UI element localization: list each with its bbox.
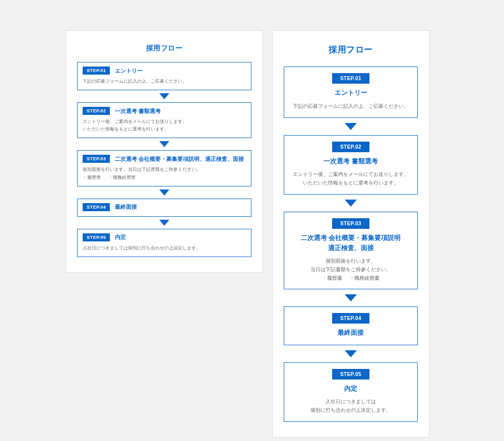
- step-tag: STEP.01: [83, 67, 110, 75]
- step-box: STEP.03 二次選考 会社概要・募集要項説明、適正検査、面接 個別面接を行い…: [77, 150, 251, 186]
- step-description: 入社日につきましては個別に打ち合わせの上決定します。: [83, 244, 246, 251]
- step-title: 内定: [115, 233, 126, 241]
- step-tag: STEP.04: [332, 313, 369, 324]
- flow-heading: 採用フロー: [77, 44, 251, 53]
- step-description: エントリー後、ご案内をメールにてお送りします。いただいた情報をもとに選考を行いま…: [291, 170, 410, 187]
- step-description: 個別面接を行います。当日は下記書類をご持参ください。: [83, 166, 246, 173]
- arrow-down-icon: [284, 294, 418, 301]
- arrow-down-icon: [284, 123, 418, 130]
- extra-item: ・履歴書: [322, 275, 342, 281]
- step-tag: STEP.03: [83, 155, 110, 163]
- extra-item: ・職務経歴書: [349, 275, 380, 281]
- step-tag: STEP.05: [83, 233, 110, 241]
- step-tag: STEP.02: [332, 142, 369, 152]
- arrow-down-icon: [284, 350, 418, 357]
- step-box: STEP.02 一次選考 書類選考 エントリー後、ご案内をメールにてお送りします…: [77, 102, 251, 138]
- extra-item: ・職務経歴書: [108, 175, 136, 180]
- step-title: 内定: [291, 384, 410, 394]
- step-title: 一次選考 書類選考: [291, 156, 410, 166]
- step-description: エントリー後、ご案内をメールにてお送りします。いただいた情報をもとに選考を行いま…: [83, 118, 246, 133]
- step-description: 下記の応募フォームに記入の上、ご応募ください。: [83, 78, 246, 85]
- step-title: 二次選考 会社概要・募集要項説明、適正検査、面接: [115, 155, 244, 163]
- step-tag: STEP.03: [332, 218, 369, 229]
- arrow-down-icon: [284, 200, 418, 207]
- step-title: 一次選考 書類選考: [115, 107, 161, 115]
- step-box: STEP.01 エントリー 下記の応募フォームに記入の上、ご応募ください。: [284, 67, 418, 118]
- arrow-down-icon: [77, 220, 251, 226]
- step-title: 二次選考 会社概要・募集要項説明適正検査、面接: [291, 233, 410, 253]
- flow-card-compact: 採用フロー STEP.01 エントリー 下記の応募フォームに記入の上、ご応募くだ…: [66, 30, 263, 273]
- step-title: 最終面接: [115, 203, 137, 211]
- arrow-down-icon: [77, 141, 251, 147]
- step-tag: STEP.01: [332, 73, 369, 84]
- extra-item: ・履歴書: [83, 175, 101, 180]
- step-tag: STEP.04: [83, 203, 110, 211]
- step-box: STEP.05 内定 入社日につきましては個別に打ち合わせの上決定します。: [77, 229, 251, 257]
- step-box: STEP.03 二次選考 会社概要・募集要項説明適正検査、面接 個別面接を行いま…: [284, 212, 418, 289]
- flow-heading: 採用フロー: [284, 44, 418, 55]
- step-box: STEP.04 最終面接: [284, 306, 418, 345]
- arrow-down-icon: [77, 93, 251, 99]
- flow-card-stacked: 採用フロー STEP.01 エントリー 下記の応募フォームに記入の上、ご応募くだ…: [272, 30, 429, 437]
- arrow-down-icon: [77, 190, 251, 196]
- step-extras: ・履歴書 ・職務経歴書: [291, 275, 410, 282]
- step-extras: ・履歴書 ・職務経歴書: [83, 174, 246, 181]
- step-tag: STEP.05: [332, 369, 369, 380]
- step-box: STEP.05 内定 入社日につきましては個別に打ち合わせの上決定します。: [284, 362, 418, 422]
- step-description: 下記の応募フォームに記入の上、ご応募ください。: [291, 102, 410, 110]
- step-title: 最終面接: [291, 328, 410, 338]
- step-description: 入社日につきましては個別に打ち合わせの上決定します。: [291, 397, 410, 414]
- step-box: STEP.02 一次選考 書類選考 エントリー後、ご案内をメールにてお送りします…: [284, 135, 418, 195]
- step-title: エントリー: [291, 88, 410, 98]
- step-description: 個別面接を行います。当日は下記書類をご持参ください。: [291, 257, 410, 274]
- step-box: STEP.01 エントリー 下記の応募フォームに記入の上、ご応募ください。: [77, 62, 251, 90]
- step-box: STEP.04 最終面接: [77, 199, 251, 217]
- step-tag: STEP.02: [83, 107, 110, 115]
- step-title: エントリー: [115, 67, 143, 75]
